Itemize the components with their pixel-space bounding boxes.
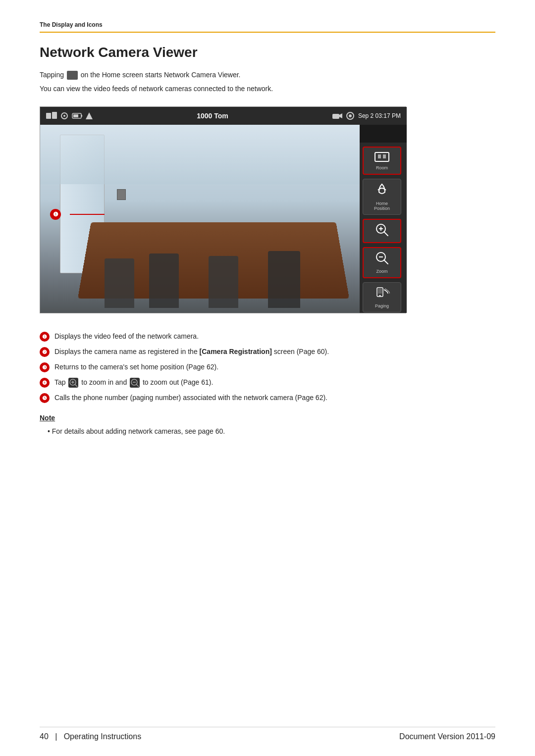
bullet-num-1: ❶	[40, 332, 50, 342]
zoom-in-icon	[375, 223, 389, 239]
svg-rect-1	[52, 112, 57, 119]
svg-marker-7	[86, 112, 93, 119]
bullet-item-3: ❸ Returns to the camera's set home posit…	[40, 362, 495, 372]
svg-point-3	[63, 115, 65, 117]
status-icon-3	[72, 112, 83, 119]
chair-1	[105, 258, 134, 308]
room-button[interactable]: Room	[363, 147, 401, 175]
svg-line-21	[384, 260, 388, 264]
svg-line-28	[75, 384, 77, 387]
home-svg	[374, 182, 390, 197]
page-number: 40	[40, 732, 49, 741]
paging-btn-wrapper: Paging ❺	[363, 282, 404, 312]
intro-line1: Tapping on the Home screen starts Networ…	[40, 69, 495, 80]
status-center-text: 1000 Tom	[197, 112, 228, 120]
home-position-button[interactable]: HomePosition	[363, 179, 401, 215]
bullet-text-5: Calls the phone number (paging number) a…	[54, 393, 495, 403]
bullet-item-1: ❶ Displays the video feed of the network…	[40, 331, 495, 342]
bullet-text-4: Tap to zoom in and	[54, 377, 495, 388]
footer-right-text: Document Version 2011-09	[399, 732, 495, 741]
settings-icon-status	[346, 112, 354, 120]
app-icon	[67, 71, 78, 80]
page-title: Network Camera Viewer	[40, 45, 495, 60]
bullet-item-5: ❺ Calls the phone number (paging number)…	[40, 393, 495, 403]
svg-line-18	[384, 232, 388, 236]
bullet-text-2: Displays the camera name as registered i…	[54, 347, 495, 357]
callout-line-1	[70, 214, 105, 215]
wall-item	[117, 189, 126, 200]
status-left-icons	[46, 112, 93, 120]
status-icon-1	[46, 112, 57, 120]
bold-camera-registration: [Camera Registration]	[200, 348, 272, 355]
camera-icon-status	[332, 112, 342, 119]
intro-suffix: on the Home screen starts Network Camera…	[81, 71, 241, 79]
bullet-item-4: ❹ Tap to zoom in and	[40, 377, 495, 388]
bullet-list: ❶ Displays the video feed of the network…	[40, 331, 495, 403]
room-icon	[374, 151, 390, 164]
zoom-label: Zoom	[376, 269, 387, 274]
svg-rect-0	[46, 113, 51, 119]
zoom-in-inline-icon	[68, 378, 78, 388]
bullet-num-2: ❷	[40, 347, 50, 357]
bullet-item-2: ❷ Displays the camera name as registered…	[40, 347, 495, 357]
zoom-out-btn-wrapper: Zoom ❹	[363, 247, 404, 278]
bullet-text-3: Returns to the camera's set home positio…	[54, 362, 495, 372]
home-position-label: HomePosition	[374, 201, 390, 212]
ceiling	[40, 125, 360, 184]
camera-area: ❶	[40, 125, 407, 313]
svg-point-11	[349, 114, 352, 117]
room-svg	[374, 151, 390, 162]
status-icon-2	[60, 112, 69, 120]
svg-rect-13	[378, 154, 381, 158]
intro-line2: You can view the video feeds of network …	[40, 83, 495, 94]
bullet-num-5: ❺	[40, 393, 50, 403]
bullet-num-3: ❸	[40, 362, 50, 372]
chair-3	[209, 256, 238, 308]
zoom-in-svg	[375, 223, 389, 237]
note-item-1: For details about adding network cameras…	[48, 426, 495, 437]
phone-ui: 1000 Tom Sep 2 03:17 PM	[40, 107, 407, 313]
svg-rect-12	[375, 152, 389, 161]
svg-rect-5	[73, 114, 78, 117]
status-arrow-icon	[86, 112, 93, 119]
paging-svg	[374, 286, 390, 300]
chair-4	[268, 251, 300, 308]
svg-rect-6	[81, 115, 82, 117]
callout-1-badge: ❶	[50, 209, 61, 220]
screenshot-container: 1000 Tom Sep 2 03:17 PM	[40, 106, 406, 313]
bullet-num-4: ❹	[40, 378, 50, 388]
zoom-in-btn-wrapper	[363, 219, 404, 243]
camera-feed: ❶	[40, 125, 360, 313]
zoom-out-button[interactable]: Zoom	[363, 247, 401, 278]
status-right: Sep 2 03:17 PM	[332, 112, 401, 120]
footer-left-text: Operating Instructions	[64, 732, 142, 741]
footer-left: 40 | Operating Instructions	[40, 732, 141, 741]
svg-rect-14	[383, 154, 386, 158]
section-header-text: The Display and Icons	[40, 21, 103, 28]
home-btn-wrapper: HomePosition ❸	[363, 179, 404, 215]
intro-prefix: Tapping	[40, 71, 66, 79]
right-panel: Room ❷ HomeP	[360, 143, 407, 313]
paging-label: Paging	[375, 303, 389, 309]
zoom-in-button[interactable]	[363, 219, 401, 243]
svg-rect-23	[378, 289, 382, 294]
zoom-out-icon	[375, 251, 389, 267]
svg-rect-8	[332, 114, 339, 119]
section-header: The Display and Icons	[40, 20, 495, 33]
bullet-text-1: Displays the video feed of the network c…	[54, 331, 495, 342]
room-btn-wrapper: Room ❷	[363, 147, 404, 175]
room-label: Room	[376, 165, 388, 171]
paging-icon	[374, 286, 390, 302]
page-footer: 40 | Operating Instructions Document Ver…	[40, 727, 495, 741]
home-icon	[374, 182, 390, 200]
status-time: Sep 2 03:17 PM	[358, 112, 401, 119]
zoom-out-inline-icon	[130, 378, 140, 388]
zoom-out-svg	[375, 251, 389, 265]
svg-line-31	[136, 384, 139, 387]
paging-button[interactable]: Paging	[363, 282, 401, 312]
svg-marker-9	[339, 113, 342, 118]
note-section: Note For details about adding network ca…	[40, 414, 495, 437]
note-title: Note	[40, 414, 495, 422]
chair-2	[149, 253, 179, 308]
status-bar: 1000 Tom Sep 2 03:17 PM	[40, 107, 407, 125]
